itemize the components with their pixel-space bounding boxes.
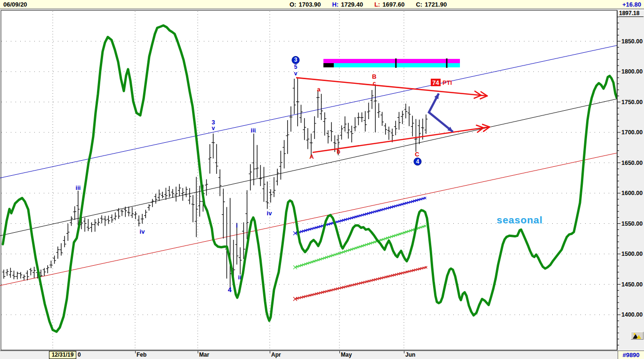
month-text: Apr xyxy=(271,351,281,358)
wave-label-4: 4 xyxy=(228,286,232,294)
chart-canvas[interactable]: iiiiv3viiiiii4iv5vAabBcC3474PTI1400.0014… xyxy=(0,0,644,359)
month-text: May xyxy=(341,351,352,358)
price-axis-label: 1500.00 xyxy=(621,251,643,257)
wave-label-c: c xyxy=(373,80,376,87)
wave-label-a: a xyxy=(317,86,321,93)
indicator-bar-black-segment xyxy=(323,63,334,67)
month-tick xyxy=(270,351,270,353)
month-tick xyxy=(404,351,404,353)
month-text: Mar xyxy=(199,351,209,358)
circled-wave-text: 3 xyxy=(294,57,298,63)
price-axis-label: 1600.00 xyxy=(621,190,643,196)
price-axis-panel xyxy=(617,10,644,350)
wave-label-B: B xyxy=(372,73,376,80)
wave-label-i: i xyxy=(236,222,238,229)
axis-high-value: 1897.18 xyxy=(619,10,644,17)
indicator-bar-divider xyxy=(395,58,397,68)
wave-label-iv: iv xyxy=(140,228,145,235)
month-text: Jun xyxy=(405,351,415,358)
tool-yellow-triangle-icon xyxy=(636,335,641,339)
time-axis-bar: 12/31/19 0 FebMarAprMayJun #9890 xyxy=(0,351,644,359)
year-digit: 0 xyxy=(78,351,81,358)
price-axis-label: 1700.00 xyxy=(621,129,643,136)
wave-label-C: C xyxy=(415,151,419,158)
pti-value: 74 xyxy=(432,79,439,86)
wave-label-5: 5 xyxy=(294,64,298,70)
price-axis-label: 1400.00 xyxy=(621,311,643,318)
wave-label-v: v xyxy=(212,125,215,131)
indicator-bar-bottom xyxy=(323,63,460,67)
month-tick xyxy=(339,351,340,353)
wave-label-ii: ii xyxy=(238,274,241,281)
wave-label-v: v xyxy=(294,70,298,77)
indicator-bar-top xyxy=(323,59,460,63)
wave-label-b: b xyxy=(337,148,340,155)
price-axis-label: 1550.00 xyxy=(621,220,643,227)
chart-tool-icon[interactable] xyxy=(631,332,644,340)
price-axis-label: 1800.00 xyxy=(621,68,643,75)
tool-yellow-dot-icon xyxy=(634,333,636,335)
circled-wave-text: 4 xyxy=(416,158,419,165)
seasonal-overlay-label: seasonal xyxy=(497,214,543,226)
wave-label-iv: iv xyxy=(267,210,273,217)
contract-number: #9890 xyxy=(618,351,644,359)
indicator-bar-divider xyxy=(446,58,448,68)
pti-label: PTI xyxy=(443,79,452,86)
price-axis-label: 1450.00 xyxy=(621,281,643,288)
month-text: Feb xyxy=(137,351,146,358)
chart-application-window: 06/09/20 O:1703.90H:1729.40L:1697.60C:17… xyxy=(0,0,644,359)
month-tick xyxy=(198,351,198,353)
wave-label-iii: iii xyxy=(76,184,81,191)
price-axis-label: 1750.00 xyxy=(621,99,643,106)
wave-label-iii: iii xyxy=(251,127,256,134)
price-axis-label: 1650.00 xyxy=(621,160,643,166)
wave-label-A: A xyxy=(309,153,314,160)
start-date-box[interactable]: 12/31/19 xyxy=(49,351,76,359)
plot-background xyxy=(1,10,617,350)
price-axis-label: 1850.00 xyxy=(621,38,643,45)
month-tick xyxy=(135,351,136,353)
